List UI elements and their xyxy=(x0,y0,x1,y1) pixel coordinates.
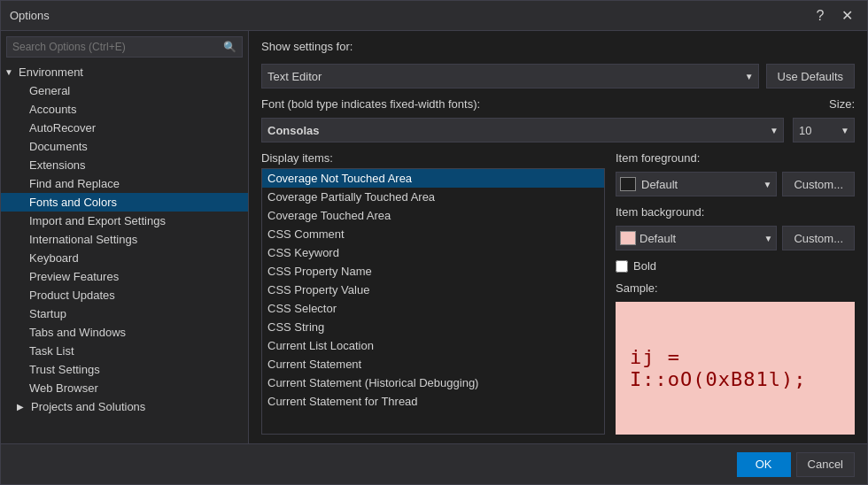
right-column: Item foreground: Default ▼ Custom... Ite… xyxy=(616,151,855,435)
display-item-8[interactable]: CSS String xyxy=(262,318,604,336)
display-item-12[interactable]: Current Statement for Thread xyxy=(262,392,604,411)
display-item-7[interactable]: CSS Selector xyxy=(262,299,604,318)
tree-item-tabs-windows[interactable]: Tabs and Windows xyxy=(1,323,248,342)
item-foreground-label: Item foreground: xyxy=(616,151,855,165)
display-item-11[interactable]: Current Statement (Historical Debugging) xyxy=(262,373,604,392)
tree-item-keyboard[interactable]: Keyboard xyxy=(1,249,248,267)
show-settings-label: Show settings for: xyxy=(261,40,353,53)
tree-container: ▼ Environment General Accounts AutoRecov… xyxy=(1,63,248,443)
item-background-label: Item background: xyxy=(616,205,855,219)
projects-label: Projects and Solutions xyxy=(31,400,145,413)
show-settings-dropdown-wrapper: Text Editor ▼ xyxy=(261,64,759,89)
sample-box: ij = I::oO(0xB81l); xyxy=(616,302,855,435)
sample-label: Sample: xyxy=(616,281,855,295)
tree-item-trust-settings[interactable]: Trust Settings xyxy=(1,360,248,379)
size-dropdown-wrapper: 8910111214161820 ▼ xyxy=(793,118,855,142)
font-dropdown-wrapper: Consolas ▼ xyxy=(261,118,784,142)
search-box-container: 🔍 xyxy=(6,36,243,58)
tree-item-startup[interactable]: Startup xyxy=(1,304,248,323)
item-foreground-section: Item foreground: Default ▼ Custom... xyxy=(616,151,855,196)
tree-item-web-browser[interactable]: Web Browser xyxy=(1,379,248,397)
size-dropdown[interactable]: 8910111214161820 xyxy=(793,118,855,142)
tree-item-general[interactable]: General xyxy=(1,81,248,100)
bold-label: Bold xyxy=(633,259,656,273)
list-column: Display items: Coverage Not Touched Area… xyxy=(261,151,605,435)
font-label: Font (bold type indicates fixed-width fo… xyxy=(261,97,480,111)
display-item-1[interactable]: Coverage Partially Touched Area xyxy=(262,188,604,206)
ok-button[interactable]: OK xyxy=(737,452,791,477)
dialog-title: Options xyxy=(10,9,50,22)
item-bg-color-swatch xyxy=(620,231,636,245)
display-list[interactable]: Coverage Not Touched Area Coverage Parti… xyxy=(261,168,605,435)
environment-label: Environment xyxy=(19,65,83,79)
show-settings-left: Show settings for: xyxy=(261,40,353,57)
display-item-6[interactable]: CSS Property Value xyxy=(262,281,604,299)
item-background-custom-button[interactable]: Custom... xyxy=(782,226,855,250)
close-button[interactable]: ✕ xyxy=(835,6,858,26)
bold-row: Bold xyxy=(616,259,855,273)
tree-item-international[interactable]: International Settings xyxy=(1,230,248,249)
environment-arrow: ▼ xyxy=(4,67,17,77)
tree-item-projects[interactable]: ▶ Projects and Solutions xyxy=(1,397,248,416)
cancel-button[interactable]: Cancel xyxy=(796,452,855,477)
display-item-4[interactable]: CSS Keyword xyxy=(262,243,604,262)
tree-item-extensions[interactable]: Extensions xyxy=(1,156,248,174)
tree-item-task-list[interactable]: Task List xyxy=(1,342,248,360)
display-item-5[interactable]: CSS Property Name xyxy=(262,262,604,281)
font-label-row: Font (bold type indicates fixed-width fo… xyxy=(261,97,855,114)
display-item-3[interactable]: CSS Comment xyxy=(262,225,604,243)
environment-section-header[interactable]: ▼ Environment xyxy=(1,63,248,81)
bold-checkbox[interactable] xyxy=(616,260,628,273)
font-controls-row: Consolas ▼ 8910111214161820 ▼ xyxy=(261,118,855,142)
search-icon[interactable]: 🔍 xyxy=(218,37,242,57)
title-bar: Options ? ✕ xyxy=(1,1,867,31)
item-foreground-dropdown-wrapper: Default ▼ xyxy=(616,172,777,196)
item-foreground-dropdown[interactable]: Default xyxy=(616,172,777,196)
item-background-dropdown-wrapper: Default ▼ xyxy=(616,226,777,250)
projects-arrow: ▶ xyxy=(17,402,29,412)
options-dialog: Options ? ✕ 🔍 ▼ Environment General Acco… xyxy=(0,0,868,485)
display-item-2[interactable]: Coverage Touched Area xyxy=(262,206,604,225)
size-label: Size: xyxy=(829,97,855,111)
dialog-body: 🔍 ▼ Environment General Accounts AutoRec… xyxy=(1,31,867,443)
item-background-value: Default xyxy=(639,232,760,245)
tree-item-product-updates[interactable]: Product Updates xyxy=(1,286,248,304)
display-item-10[interactable]: Current Statement xyxy=(262,355,604,373)
display-item-9[interactable]: Current List Location xyxy=(262,336,604,355)
tree-item-accounts[interactable]: Accounts xyxy=(1,100,248,119)
item-foreground-custom-button[interactable]: Custom... xyxy=(782,172,855,196)
right-panel: Show settings for: Text Editor ▼ Use Def… xyxy=(249,31,867,443)
display-section: Display items: Coverage Not Touched Area… xyxy=(261,151,855,435)
item-background-row: Default ▼ Custom... xyxy=(616,226,855,250)
tree-item-fonts-colors[interactable]: Fonts and Colors xyxy=(1,193,248,212)
search-input[interactable] xyxy=(7,37,218,57)
help-button[interactable]: ? xyxy=(809,6,832,26)
tree-item-autorecover[interactable]: AutoRecover xyxy=(1,119,248,137)
tree-item-preview-features[interactable]: Preview Features xyxy=(1,267,248,286)
left-panel: 🔍 ▼ Environment General Accounts AutoRec… xyxy=(1,31,249,443)
bottom-bar: OK Cancel xyxy=(1,443,867,484)
tree-item-find-replace[interactable]: Find and Replace xyxy=(1,174,248,193)
item-foreground-row: Default ▼ Custom... xyxy=(616,172,855,196)
item-background-section: Item background: Default ▼ Custom... xyxy=(616,205,855,250)
title-bar-controls: ? ✕ xyxy=(809,6,858,26)
sample-text: ij = I::oO(0xB81l); xyxy=(630,346,841,390)
sample-section: Sample: ij = I::oO(0xB81l); xyxy=(616,281,855,435)
item-bg-chevron-icon: ▼ xyxy=(763,234,772,243)
show-settings-dropdown[interactable]: Text Editor xyxy=(261,64,759,89)
display-item-0[interactable]: Coverage Not Touched Area xyxy=(262,169,604,188)
tree-item-documents[interactable]: Documents xyxy=(1,137,248,156)
font-dropdown[interactable]: Consolas xyxy=(261,118,784,142)
display-items-label: Display items: xyxy=(261,151,605,165)
show-settings-row: Show settings for: xyxy=(261,40,855,57)
use-defaults-button[interactable]: Use Defaults xyxy=(766,64,855,89)
tree-item-import-export[interactable]: Import and Export Settings xyxy=(1,212,248,230)
